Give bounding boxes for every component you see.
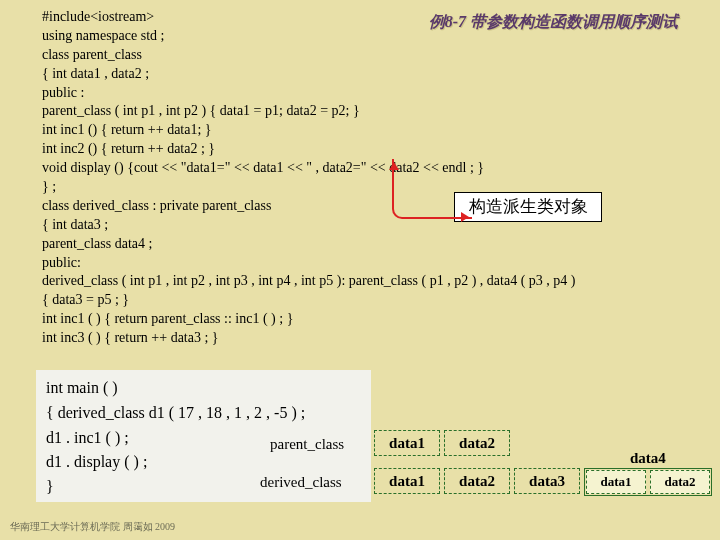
main-line: d1 . display ( ) ; <box>46 450 361 475</box>
cell-data4-inner1: data1 <box>586 470 646 494</box>
code-line: public: <box>42 254 682 273</box>
main-line: int main ( ) <box>46 376 361 401</box>
cell-data4-inner2: data2 <box>650 470 710 494</box>
code-line: { data3 = p5 ; } <box>42 291 682 310</box>
code-line: parent_class ( int p1 , int p2 ) { data1… <box>42 102 682 121</box>
code-line: #include<iostream> <box>42 8 682 27</box>
code-line: public : <box>42 84 682 103</box>
code-line: parent_class data4 ; <box>42 235 682 254</box>
code-block: #include<iostream> using namespace std ;… <box>42 8 682 348</box>
cell-data4-label: data4 <box>630 450 666 467</box>
row-label-parent: parent_class <box>270 436 344 453</box>
code-line: int inc1 () { return ++ data1; } <box>42 121 682 140</box>
footer-credit: 华南理工大学计算机学院 周霭如 2009 <box>10 520 175 534</box>
code-line: int inc3 ( ) { return ++ data3 ; } <box>42 329 682 348</box>
code-line: int inc2 () { return ++ data2 ; } <box>42 140 682 159</box>
code-line: derived_class ( int p1 , int p2 , int p3… <box>42 272 682 291</box>
cell-derived-data2: data2 <box>444 468 510 494</box>
cell-derived-data1: data1 <box>374 468 440 494</box>
annotation-callout: 构造派生类对象 <box>454 192 602 222</box>
code-line: { int data1 , data2 ; <box>42 65 682 84</box>
main-line: { derived_class d1 ( 17 , 18 , 1 , 2 , -… <box>46 401 361 426</box>
code-line: int inc1 ( ) { return parent_class :: in… <box>42 310 682 329</box>
cell-derived-data3: data3 <box>514 468 580 494</box>
row-label-derived: derived_class <box>260 474 342 491</box>
cell-parent-data1: data1 <box>374 430 440 456</box>
code-line: class parent_class <box>42 46 682 65</box>
cell-parent-data2: data2 <box>444 430 510 456</box>
code-line: using namespace std ; <box>42 27 682 46</box>
code-line: void display () {cout << "data1=" << dat… <box>42 159 682 178</box>
